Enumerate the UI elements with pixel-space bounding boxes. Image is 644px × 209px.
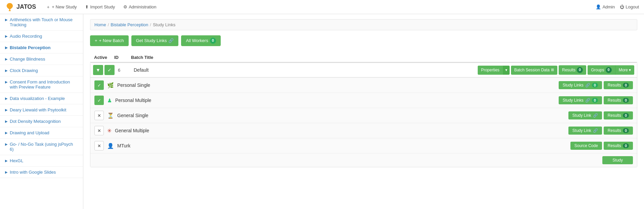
worker-active-toggle[interactable]: ✓ bbox=[94, 80, 104, 90]
study-link-button[interactable]: Study Link 🔗 bbox=[568, 127, 602, 135]
brand-logo[interactable]: JATOS bbox=[5, 2, 36, 12]
sidebar-item-hexgl[interactable]: ▶ HexGL bbox=[0, 155, 83, 167]
chevron-right-icon: ▶ bbox=[5, 69, 8, 72]
new-study-button[interactable]: ＋ + New Study bbox=[43, 2, 80, 12]
worker-row-mturk: ✕ 👤 MTurk Source Code Results 0 bbox=[90, 138, 637, 153]
results-label: Results bbox=[608, 83, 621, 88]
worker-results-button[interactable]: Results 0 bbox=[604, 127, 633, 135]
import-icon: ⬆ bbox=[85, 4, 89, 9]
all-workers-label: All Workers bbox=[186, 38, 208, 44]
properties-button-group: Properties ▾ bbox=[478, 66, 510, 75]
sidebar-item-data-visualization[interactable]: ▶ Data visualization - Example bbox=[0, 93, 83, 104]
study-links-button[interactable]: Study Links 🔗 0 bbox=[559, 81, 602, 89]
results-label: Results bbox=[608, 98, 621, 103]
batch-row: ▼ ✓ 6 Default Properties ▾ Batch Sess bbox=[90, 63, 637, 167]
logout-label: Logout bbox=[626, 4, 639, 9]
sidebar-item-label: Drawing and Upload bbox=[10, 130, 49, 135]
study-links-count: 0 bbox=[592, 98, 598, 103]
batch-active-toggle[interactable]: ✓ bbox=[104, 65, 115, 75]
sidebar-item-label: Deary Liewald with Psytoolkit bbox=[10, 107, 66, 112]
jatos-logo-icon bbox=[5, 2, 14, 12]
new-study-label: + New Study bbox=[52, 4, 77, 9]
chevron-right-icon: ▶ bbox=[5, 80, 8, 84]
worker-row-study: Study bbox=[90, 153, 637, 167]
sidebar-item-label: Clock Drawing bbox=[10, 68, 38, 73]
content-area: Home / Bistable Perception / Study Links… bbox=[83, 14, 644, 209]
breadcrumb-home[interactable]: Home bbox=[94, 22, 106, 27]
worker-results-button[interactable]: Results 0 bbox=[604, 81, 633, 89]
worker-action-buttons: Study Links 🔗 0 Results 0 bbox=[559, 81, 633, 89]
new-batch-label: + New Batch bbox=[99, 38, 124, 44]
batch-session-data-label: Batch Session Data bbox=[514, 67, 550, 73]
batch-session-data-button[interactable]: Batch Session Data ⊞ bbox=[511, 66, 557, 75]
results-count: 0 bbox=[623, 143, 629, 148]
study-link-button[interactable]: Study Link 🔗 bbox=[568, 111, 602, 119]
sidebar-item-deary-liewald[interactable]: ▶ Deary Liewald with Psytoolkit bbox=[0, 104, 83, 116]
administration-button[interactable]: ⚙ Administration bbox=[120, 2, 160, 11]
breadcrumb-sep-1: / bbox=[108, 22, 109, 27]
results-label: Results bbox=[608, 143, 621, 148]
breadcrumb-study[interactable]: Bistable Perception bbox=[111, 22, 148, 27]
sidebar-item-label: Intro with Google Slides bbox=[10, 170, 56, 175]
sidebar-item-dot-density[interactable]: ▶ Dot Density Metacognition bbox=[0, 116, 83, 127]
admin-link[interactable]: 👤 Admin bbox=[596, 4, 615, 9]
worker-row-general-single: ✕ ⏳ General Single Study Link 🔗 Results … bbox=[90, 108, 637, 123]
sidebar-item-drawing-upload[interactable]: ▶ Drawing and Upload bbox=[0, 127, 83, 139]
worker-name: General Multiple bbox=[115, 128, 565, 133]
link-icon: 🔗 bbox=[585, 98, 590, 103]
sidebar-item-label: Data visualization - Example bbox=[10, 96, 65, 101]
worker-active-toggle[interactable]: ✕ bbox=[94, 141, 104, 150]
worker-results-button[interactable]: Results 0 bbox=[604, 142, 633, 150]
worker-name: General Single bbox=[117, 113, 565, 118]
sidebar-item-change-blindness[interactable]: ▶ Change Blindness bbox=[0, 54, 83, 65]
sidebar-item-arithmetics[interactable]: ▶ Arithmetics with Touch or Mouse Tracki… bbox=[0, 14, 83, 31]
sidebar-item-label: Consent Form and Introduction with Previ… bbox=[10, 79, 78, 90]
sidebar-item-intro-google-slides[interactable]: ▶ Intro with Google Slides bbox=[0, 167, 83, 178]
batch-results-button[interactable]: Results 0 bbox=[559, 65, 586, 74]
logout-link[interactable]: ⏻ Logout bbox=[620, 4, 639, 9]
col-active: Active bbox=[94, 55, 114, 60]
get-study-links-label: Get Study Links bbox=[136, 38, 167, 44]
study-button[interactable]: Study bbox=[602, 156, 633, 164]
sidebar-item-label: Audio Recording bbox=[10, 34, 42, 39]
sidebar: ▶ Arithmetics with Touch or Mouse Tracki… bbox=[0, 14, 83, 209]
properties-button[interactable]: Properties bbox=[478, 66, 503, 75]
source-code-button[interactable]: Source Code bbox=[570, 142, 602, 150]
worker-row-general-multiple: ✕ ✳ General Multiple Study Link 🔗 Result… bbox=[90, 123, 637, 138]
results-count: 0 bbox=[623, 83, 629, 88]
batch-main-row: ▼ ✓ 6 Default Properties ▾ Batch Sess bbox=[90, 63, 637, 77]
chevron-right-icon: ▶ bbox=[5, 142, 8, 146]
table-icon: ⊞ bbox=[551, 67, 554, 72]
chevron-right-icon: ▶ bbox=[5, 131, 8, 135]
worker-active-toggle[interactable]: ✓ bbox=[94, 96, 104, 105]
more-dropdown-button[interactable]: More ▾ bbox=[615, 65, 634, 74]
chevron-right-icon: ▶ bbox=[5, 170, 8, 174]
study-links-button[interactable]: Study Links 🔗 0 bbox=[559, 96, 602, 104]
worker-results-button[interactable]: Results 0 bbox=[604, 96, 633, 104]
new-batch-button[interactable]: + + New Batch bbox=[90, 35, 129, 46]
navbar: JATOS ＋ + New Study ⬆ Import Study ⚙ Adm… bbox=[0, 0, 644, 14]
all-workers-button[interactable]: All Workers 0 bbox=[181, 35, 220, 46]
worker-results-button[interactable]: Results 0 bbox=[604, 111, 633, 119]
sidebar-item-label: Arithmetics with Touch or Mouse Tracking bbox=[10, 17, 78, 27]
col-title: Batch Title bbox=[131, 55, 633, 60]
batch-results-count: 0 bbox=[577, 67, 583, 73]
link-icon: 🔗 bbox=[593, 128, 598, 133]
sidebar-item-label: HexGL bbox=[10, 158, 23, 163]
properties-caret-button[interactable]: ▾ bbox=[503, 66, 510, 75]
get-study-links-button[interactable]: Get Study Links 🔗 bbox=[131, 35, 179, 46]
sidebar-item-bistable-perception[interactable]: ▶ Bistable Perception bbox=[0, 42, 83, 54]
action-bar: + + New Batch Get Study Links 🔗 All Work… bbox=[90, 35, 637, 46]
batch-expand-button[interactable]: ▼ bbox=[93, 65, 103, 75]
sidebar-item-audio-recording[interactable]: ▶ Audio Recording bbox=[0, 31, 83, 42]
worker-active-toggle[interactable]: ✕ bbox=[94, 126, 104, 135]
import-study-button[interactable]: ⬆ Import Study bbox=[82, 2, 118, 11]
link-icon: 🔗 bbox=[168, 38, 174, 44]
worker-active-toggle[interactable]: ✕ bbox=[94, 111, 104, 120]
results-label: Results bbox=[608, 113, 621, 118]
groups-button[interactable]: Groups 0 bbox=[588, 65, 615, 74]
worker-action-buttons: Study Links 🔗 0 Results 0 bbox=[559, 96, 633, 104]
sidebar-item-consent-form[interactable]: ▶ Consent Form and Introduction with Pre… bbox=[0, 76, 83, 93]
sidebar-item-clock-drawing[interactable]: ▶ Clock Drawing bbox=[0, 65, 83, 76]
sidebar-item-go-nogo[interactable]: ▶ Go- / No-Go Task (using jsPsych 6) bbox=[0, 139, 83, 155]
